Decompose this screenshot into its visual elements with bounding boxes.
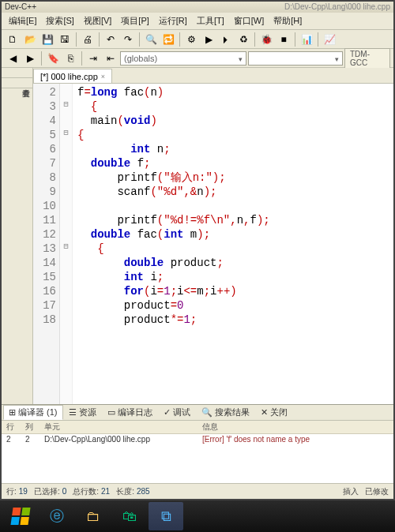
output-tab[interactable]: ▭编译日志 xyxy=(102,405,158,420)
replace-button[interactable]: 🔁 xyxy=(160,32,176,47)
print-button[interactable]: 🖨 xyxy=(80,32,96,47)
fold-marker[interactable]: ⊟ xyxy=(60,126,72,140)
menu-item[interactable]: 项目[P] xyxy=(117,14,152,28)
tab-icon: ⊞ xyxy=(9,407,16,418)
output-tabs[interactable]: ⊞编译器 (1)☰资源▭编译日志✓调试🔍搜索结果✕关闭 xyxy=(2,405,393,421)
main-toolbar[interactable]: 🗋📂💾🖫🖨↶↷🔍🔁⚙▶⏵♻🐞■📊📈 xyxy=(2,30,393,49)
menu-item[interactable]: 窗口[W] xyxy=(230,14,269,28)
code-line[interactable]: f=long fac(n) xyxy=(77,85,270,99)
taskbar-devcpp[interactable]: ⧉ xyxy=(149,502,183,530)
code-line[interactable]: int i; xyxy=(77,270,270,284)
output-tab[interactable]: ⊞编译器 (1) xyxy=(3,405,63,420)
tab-icon: ✓ xyxy=(164,407,171,418)
outdent-button[interactable]: ⇤ xyxy=(103,51,118,66)
start-button[interactable] xyxy=(3,502,38,530)
rebuild-button[interactable]: ♻ xyxy=(235,32,251,47)
fold-marker xyxy=(60,297,72,311)
new-file-button[interactable]: 🗋 xyxy=(5,32,21,47)
code-line[interactable]: { xyxy=(77,99,270,114)
save-button[interactable]: 💾 xyxy=(40,32,55,47)
run-button[interactable]: ▶ xyxy=(201,32,216,47)
line-number: 11 xyxy=(33,213,56,227)
output-tab[interactable]: 🔍搜索结果 xyxy=(196,405,255,420)
fold-marker xyxy=(60,254,72,268)
member-combo[interactable] xyxy=(248,51,343,66)
code-line[interactable]: int n; xyxy=(77,142,270,156)
toggle-bookmark-button[interactable]: 🔖 xyxy=(45,51,61,66)
back-button[interactable]: ◀ xyxy=(5,51,21,66)
profile-button[interactable]: 📊 xyxy=(299,32,314,47)
status-len: 285 xyxy=(137,487,150,496)
code-editor[interactable]: 23456789101112131415161718 ⊟⊟⊟ f=long fa… xyxy=(33,84,393,404)
undo-button[interactable]: ↶ xyxy=(103,32,118,47)
profile-icon: 📊 xyxy=(301,34,313,45)
debug-button[interactable]: 🐞 xyxy=(258,32,274,47)
taskbar-explorer[interactable]: 🗀 xyxy=(76,502,111,530)
code-line[interactable]: double fac(int m); xyxy=(77,227,270,242)
outdent-icon: ⇤ xyxy=(107,53,115,64)
code-line[interactable]: for(i=1;i<=m;i++) xyxy=(77,284,270,298)
compile-button[interactable]: ⚙ xyxy=(183,32,199,47)
find-button[interactable]: 🔍 xyxy=(143,32,159,47)
menu-item[interactable]: 运行[R] xyxy=(155,14,191,28)
code-line[interactable]: product*=1; xyxy=(77,313,270,327)
sidebar-tab-classes[interactable]: 查看类 xyxy=(2,78,32,88)
windows-taskbar[interactable]: ⓔ 🗀 🛍 ⧉ xyxy=(0,500,395,532)
file-tab[interactable]: [*] 000 lihe.cpp × xyxy=(33,69,112,83)
devcpp-icon: ⧉ xyxy=(161,508,171,525)
chart-button[interactable]: 📈 xyxy=(322,32,337,47)
goto-bookmark-button[interactable]: ⎘ xyxy=(62,51,78,66)
output-body[interactable]: 2 2 D:\Dev-Cpp\Lang\000 lihe.cpp [Error]… xyxy=(2,434,393,483)
fold-gutter[interactable]: ⊟⊟⊟ xyxy=(60,84,73,404)
menu-item[interactable]: 视图[V] xyxy=(80,14,115,28)
fold-marker[interactable]: ⊟ xyxy=(60,98,72,112)
code-line[interactable]: printf("%d!=%f\n",n,f); xyxy=(77,213,270,227)
status-sel-label: 已选择: xyxy=(34,486,60,497)
status-insert: 插入 xyxy=(343,486,359,497)
output-tab[interactable]: ✓调试 xyxy=(158,405,196,420)
code-line[interactable]: { xyxy=(77,128,270,142)
code-line[interactable]: product=0 xyxy=(77,298,270,313)
code-line[interactable]: { xyxy=(77,242,270,256)
open-file-button[interactable]: 📂 xyxy=(22,32,38,47)
taskbar-ie[interactable]: ⓔ xyxy=(40,502,74,530)
print-icon: 🖨 xyxy=(83,34,92,45)
menu-item[interactable]: 工具[T] xyxy=(193,14,228,28)
taskbar-store[interactable]: 🛍 xyxy=(112,502,147,530)
secondary-toolbar[interactable]: ◀▶🔖⎘⇥⇤ (globals) TDM-GCC xyxy=(2,49,393,68)
error-row[interactable]: 2 2 D:\Dev-Cpp\Lang\000 lihe.cpp [Error]… xyxy=(2,434,393,444)
fwd-button[interactable]: ▶ xyxy=(22,51,38,66)
hdr-unit: 单元 xyxy=(40,421,198,433)
line-number: 13 xyxy=(33,242,56,256)
redo-button[interactable]: ↷ xyxy=(120,32,136,47)
sidebar-tab-manage[interactable]: 管理 xyxy=(2,68,32,78)
separator xyxy=(295,32,295,47)
output-tab[interactable]: ☰资源 xyxy=(63,405,102,420)
menu-item[interactable]: 帮助[H] xyxy=(269,14,306,28)
menu-bar[interactable]: 编辑[E]搜索[S]视图[V]项目[P]运行[R]工具[T]窗口[W]帮助[H] xyxy=(2,13,393,30)
fold-marker xyxy=(60,140,72,155)
menu-item[interactable]: 编辑[E] xyxy=(5,14,40,28)
output-tab[interactable]: ✕关闭 xyxy=(255,405,293,420)
compile-run-button[interactable]: ⏵ xyxy=(218,32,234,47)
code-line[interactable] xyxy=(77,199,270,213)
code-line[interactable]: main(void) xyxy=(77,114,270,128)
indent-button[interactable]: ⇥ xyxy=(85,51,101,66)
code-line[interactable]: double f; xyxy=(77,156,270,170)
toggle-bookmark-icon: 🔖 xyxy=(47,53,59,64)
scope-combo[interactable]: (globals) xyxy=(120,51,246,66)
code-area[interactable]: f=long fac(n) { main(void){ int n; doubl… xyxy=(73,84,275,404)
menu-item[interactable]: 搜索[S] xyxy=(42,14,77,28)
close-tab-icon[interactable]: × xyxy=(101,73,105,81)
code-line[interactable]: printf("输入n:"); xyxy=(77,170,270,185)
stop-button[interactable]: ■ xyxy=(276,32,292,47)
editor-tabs[interactable]: [*] 000 lihe.cpp × xyxy=(33,68,393,84)
save-all-button[interactable]: 🖫 xyxy=(57,32,73,47)
compiler-label[interactable]: TDM-GCC xyxy=(344,48,390,69)
line-number: 2 xyxy=(33,85,56,99)
separator xyxy=(41,51,42,66)
code-line[interactable]: scanf("%d",&n); xyxy=(77,185,270,199)
fold-marker[interactable]: ⊟ xyxy=(60,240,72,254)
code-line[interactable]: double product; xyxy=(77,256,270,270)
line-number: 14 xyxy=(33,256,56,270)
